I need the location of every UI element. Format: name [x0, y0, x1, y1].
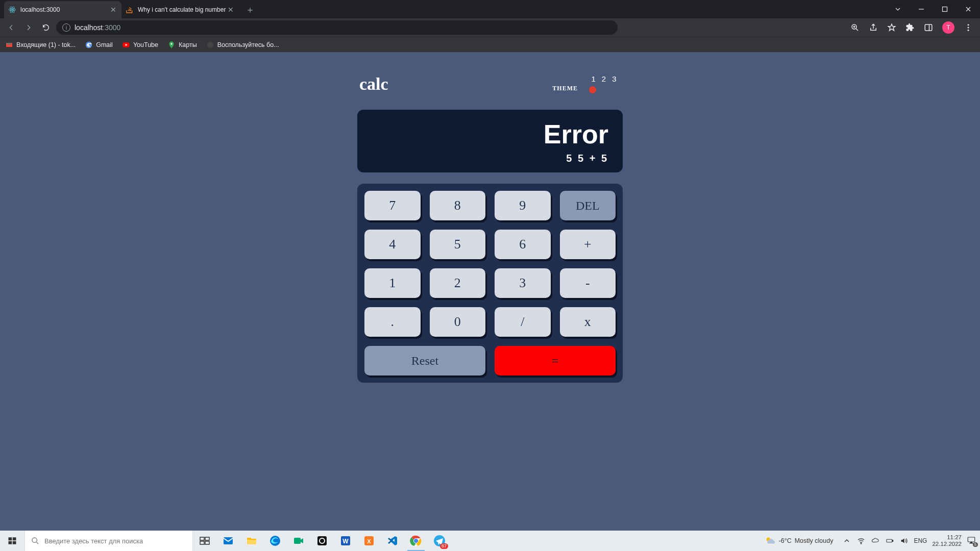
theme-switcher: THEME 1 2 3 [552, 74, 621, 94]
windows-taskbar: Введите здесь текст для поиска W X 67 -6… [0, 531, 980, 551]
weather-widget[interactable]: -6°C Mostly cloudy [765, 535, 834, 546]
svg-point-37 [861, 543, 862, 544]
keypad: 7 8 9 DEL 4 5 6 + 1 2 3 - . 0 / x Reset … [357, 184, 623, 383]
browser-tabstrip: localhost:3000 ✕ Why i can't calculate b… [0, 0, 980, 18]
reload-button[interactable] [39, 20, 53, 35]
taskbar-app-vscode[interactable] [381, 531, 404, 551]
taskbar-app-explorer[interactable] [240, 531, 263, 551]
svg-point-18 [32, 538, 37, 542]
taskbar-app-telegram[interactable]: 67 [428, 531, 451, 551]
svg-rect-14 [9, 537, 12, 540]
key-0[interactable]: 0 [430, 307, 486, 337]
site-info-icon[interactable]: i [62, 23, 70, 32]
window-minimize-button[interactable] [910, 0, 933, 18]
telegram-badge: 67 [440, 543, 448, 549]
svg-rect-19 [200, 537, 204, 540]
tab-dropdown-icon[interactable] [886, 0, 910, 18]
zoom-icon[interactable] [850, 23, 860, 32]
new-tab-button[interactable]: ＋ [243, 3, 257, 17]
key-multiply[interactable]: x [560, 307, 616, 337]
taskbar-app-obsidian[interactable] [310, 531, 334, 551]
stackoverflow-icon [126, 6, 134, 14]
bookmark-item[interactable]: Gmail [85, 41, 113, 49]
key-plus[interactable]: + [560, 230, 616, 259]
window-close-button[interactable] [957, 0, 980, 18]
wifi-icon[interactable] [856, 536, 866, 545]
tray-time: 11:27 [932, 534, 962, 541]
bookmark-star-icon[interactable] [887, 23, 896, 32]
action-center-button[interactable]: 5 [967, 536, 977, 546]
taskbar-app-edge[interactable] [263, 531, 287, 551]
window-maximize-button[interactable] [933, 0, 957, 18]
key-8[interactable]: 8 [430, 191, 486, 220]
taskbar-app-chrome[interactable] [404, 531, 428, 551]
weather-icon [765, 535, 776, 546]
search-placeholder: Введите здесь текст для поиска [44, 537, 143, 545]
key-5[interactable]: 5 [430, 230, 486, 259]
key-1[interactable]: 1 [364, 268, 421, 298]
key-4[interactable]: 4 [364, 230, 421, 259]
key-equals[interactable]: = [495, 346, 616, 375]
bookmark-label: Gmail [96, 41, 113, 48]
key-9[interactable]: 9 [495, 191, 551, 220]
back-button[interactable] [4, 20, 18, 35]
taskbar-search[interactable]: Введите здесь текст для поиска [24, 531, 193, 551]
volume-icon[interactable] [899, 536, 909, 545]
battery-icon[interactable] [885, 536, 894, 545]
profile-avatar[interactable]: T [942, 21, 954, 34]
key-7[interactable]: 7 [364, 191, 421, 220]
onedrive-icon[interactable] [871, 536, 880, 545]
bookmark-item[interactable]: YouTube [122, 41, 158, 49]
extensions-icon[interactable] [905, 23, 915, 32]
theme-toggle-track[interactable] [587, 85, 621, 94]
google-icon [85, 41, 93, 49]
menu-icon[interactable] [964, 23, 973, 32]
task-view-button[interactable] [193, 531, 216, 551]
forward-button[interactable] [21, 20, 36, 35]
close-icon[interactable]: ✕ [227, 6, 235, 14]
theme-label: THEME [552, 85, 578, 94]
svg-point-8 [968, 27, 969, 29]
svg-rect-38 [887, 539, 892, 542]
browser-tab[interactable]: Why i can't calculate big number ✕ [121, 1, 239, 18]
address-bar[interactable]: i localhost:3000 [56, 20, 618, 35]
bookmark-item[interactable]: Входящие (1) - tok... [5, 41, 76, 49]
tray-chevron-icon[interactable] [842, 536, 851, 545]
browser-tab-active[interactable]: localhost:3000 ✕ [4, 1, 121, 18]
theme-toggle-knob [589, 86, 596, 93]
url-text: localhost:3000 [75, 23, 120, 32]
start-button[interactable] [0, 531, 24, 551]
tray-date: 22.12.2022 [932, 541, 962, 547]
svg-text:X: X [367, 538, 371, 544]
weather-desc: Mostly cloudy [795, 537, 834, 544]
bookmark-label: YouTube [133, 41, 158, 48]
svg-point-9 [968, 30, 969, 31]
close-icon[interactable]: ✕ [109, 6, 117, 14]
svg-point-0 [12, 9, 13, 11]
svg-rect-22 [205, 541, 209, 544]
taskbar-app-xampp[interactable]: X [357, 531, 381, 551]
bookmark-item[interactable]: Воспользуйтесь бо... [206, 41, 279, 49]
language-indicator[interactable]: ENG [914, 537, 927, 544]
tab-title: Why i can't calculate big number [138, 6, 227, 13]
taskbar-app-mail[interactable] [216, 531, 240, 551]
key-3[interactable]: 3 [495, 268, 551, 298]
taskbar-app-word[interactable]: W [334, 531, 357, 551]
bookmark-item[interactable]: Карты [167, 41, 197, 49]
key-reset[interactable]: Reset [364, 346, 485, 375]
key-6[interactable]: 6 [495, 230, 551, 259]
key-del[interactable]: DEL [560, 191, 616, 220]
share-icon[interactable] [869, 23, 878, 32]
key-dot[interactable]: . [364, 307, 421, 337]
sidepanel-icon[interactable] [924, 23, 933, 32]
system-tray: -6°C Mostly cloudy ENG 11:27 22.12.2022 … [765, 531, 980, 551]
weather-temp: -6°C [779, 537, 792, 544]
taskbar-app-meet[interactable] [287, 531, 310, 551]
key-divide[interactable]: / [495, 307, 551, 337]
svg-rect-39 [893, 540, 893, 542]
tray-clock[interactable]: 11:27 22.12.2022 [932, 534, 962, 547]
svg-rect-4 [943, 7, 947, 12]
key-minus[interactable]: - [560, 268, 616, 298]
calculator-app: calc THEME 1 2 3 E [357, 52, 623, 383]
key-2[interactable]: 2 [430, 268, 486, 298]
